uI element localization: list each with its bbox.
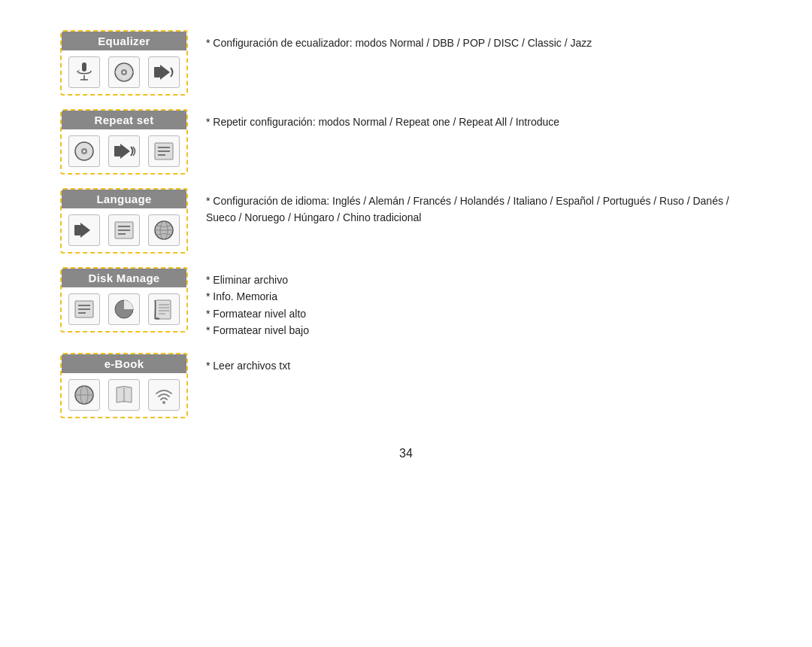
repeat-set-icons [62,129,186,173]
language-icons [62,208,186,252]
repeat-disc-icon [68,135,100,167]
disk-book-icon [148,293,180,325]
language-section: Language [60,188,752,254]
disk-manage-box: Disk Manage [60,267,188,333]
ebook-wifi-icon [148,379,180,411]
svg-point-6 [123,71,125,74]
equalizer-box: Equalizer [60,30,188,96]
svg-point-40 [162,401,165,404]
disk-list-icon [68,293,100,325]
ebook-book-icon [108,379,140,411]
disk-manage-icons [62,287,186,331]
language-box: Language [60,188,188,254]
repeat-arrow-icon [108,135,140,167]
svg-marker-19 [80,223,90,238]
repeat-set-section: Repeat set [60,109,752,175]
disk-manage-section: Disk Manage [60,267,752,339]
svg-rect-32 [156,300,171,319]
ebook-label: e-Book [62,354,186,373]
lang-globe-icon [148,214,180,246]
microphone-icon [68,56,100,88]
equalizer-icons [62,50,186,94]
svg-point-11 [83,150,86,153]
svg-marker-8 [160,65,170,80]
disk-pie-icon [108,293,140,325]
svg-marker-13 [120,144,130,159]
repeat-set-label: Repeat set [62,111,186,129]
lang-arrow-icon [68,214,100,246]
disk-manage-description: * Eliminar archivo* Info. Memoria* Forma… [206,267,752,339]
list-icon [148,135,180,167]
svg-rect-12 [114,146,120,156]
language-description: * Configuración de idioma: Inglés / Alem… [206,188,752,226]
svg-rect-7 [154,67,160,77]
disk-manage-label: Disk Manage [62,269,186,287]
ebook-section: e-Book [60,353,752,418]
ebook-icons [62,373,186,417]
sound-arrow-icon [148,56,180,88]
ebook-description: * Leer archivos txt [206,353,752,374]
ebook-globe-icon [68,379,100,411]
page-container: Equalizer [0,0,812,491]
page-number: 34 [60,447,752,460]
language-label: Language [62,190,186,208]
svg-rect-0 [82,62,86,71]
equalizer-section: Equalizer [60,30,752,96]
lang-menu-icon [108,214,140,246]
equalizer-description: * Configuración de ecualizador: modos No… [206,30,752,51]
ebook-box: e-Book [60,353,188,418]
equalizer-disc-icon [108,56,140,88]
svg-rect-18 [74,225,80,235]
repeat-set-box: Repeat set [60,109,188,175]
equalizer-label: Equalizer [62,32,186,50]
repeat-set-description: * Repetir configuración: modos Normal / … [206,109,752,130]
